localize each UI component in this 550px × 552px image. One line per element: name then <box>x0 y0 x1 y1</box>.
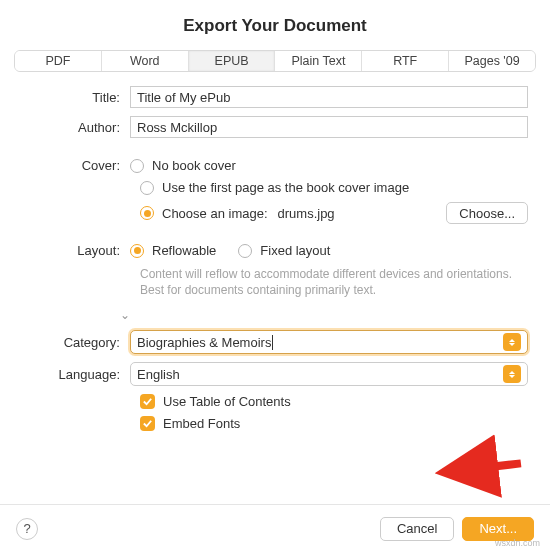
embed-fonts-checkbox[interactable] <box>140 416 155 431</box>
language-select[interactable]: English <box>130 362 528 386</box>
layout-reflowable-label: Reflowable <box>152 243 216 258</box>
cover-label: Cover: <box>22 158 130 173</box>
category-label: Category: <box>22 335 130 350</box>
cover-none-label: No book cover <box>152 158 236 173</box>
svg-line-0 <box>451 433 521 502</box>
select-arrow-icon <box>503 365 521 383</box>
layout-fixed-label: Fixed layout <box>260 243 330 258</box>
author-label: Author: <box>22 120 130 135</box>
tab-pages09[interactable]: Pages '09 <box>449 51 535 71</box>
cover-none-radio[interactable] <box>130 159 144 173</box>
choose-image-button[interactable]: Choose... <box>446 202 528 224</box>
tab-rtf[interactable]: RTF <box>362 51 449 71</box>
layout-help-text: Content will reflow to accommodate diffe… <box>22 266 528 298</box>
language-value: English <box>137 367 503 382</box>
tab-pdf[interactable]: PDF <box>15 51 102 71</box>
format-tabbar: PDF Word EPUB Plain Text RTF Pages '09 <box>14 50 536 72</box>
toc-checkbox[interactable] <box>140 394 155 409</box>
watermark: wsxdn.com <box>495 538 540 548</box>
layout-reflowable-radio[interactable] <box>130 244 144 258</box>
cover-firstpage-radio[interactable] <box>140 181 154 195</box>
category-select[interactable]: Biographies & Memoirs <box>130 330 528 354</box>
tab-epub[interactable]: EPUB <box>189 51 276 71</box>
cover-firstpage-label: Use the first page as the book cover ima… <box>162 180 409 195</box>
tab-word[interactable]: Word <box>102 51 189 71</box>
tab-plaintext[interactable]: Plain Text <box>275 51 362 71</box>
cover-filename: drums.jpg <box>278 206 335 221</box>
help-button[interactable]: ? <box>16 518 38 540</box>
language-label: Language: <box>22 367 130 382</box>
toc-label: Use Table of Contents <box>163 394 291 409</box>
cover-chooseimage-radio[interactable] <box>140 206 154 220</box>
category-value: Biographies & Memoirs <box>137 335 503 350</box>
layout-fixed-radio[interactable] <box>238 244 252 258</box>
dialog-title: Export Your Document <box>14 0 536 50</box>
chevron-down-icon[interactable]: ⌄ <box>22 308 528 322</box>
cancel-button[interactable]: Cancel <box>380 517 454 541</box>
embed-fonts-label: Embed Fonts <box>163 416 240 431</box>
cover-chooseimage-label: Choose an image: <box>162 206 268 221</box>
layout-label: Layout: <box>22 243 130 258</box>
author-input[interactable] <box>130 116 528 138</box>
title-input[interactable] <box>130 86 528 108</box>
title-label: Title: <box>22 90 130 105</box>
select-arrow-icon <box>503 333 521 351</box>
